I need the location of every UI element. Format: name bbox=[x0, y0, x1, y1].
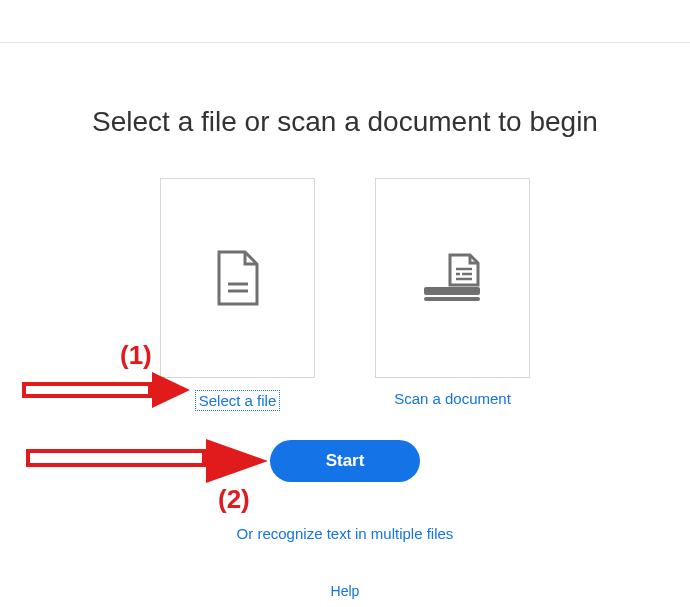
scan-document-label: Scan a document bbox=[394, 390, 511, 407]
scan-document-thumbnail bbox=[375, 178, 530, 378]
help-link[interactable]: Help bbox=[0, 583, 690, 599]
recognize-multiple-link[interactable]: Or recognize text in multiple files bbox=[0, 525, 690, 542]
scanner-icon bbox=[420, 251, 486, 305]
page-title: Select a file or scan a document to begi… bbox=[0, 106, 690, 138]
select-file-card[interactable]: Select a file bbox=[160, 178, 315, 411]
file-icon bbox=[213, 250, 263, 306]
separator bbox=[0, 42, 690, 43]
select-file-thumbnail bbox=[160, 178, 315, 378]
select-file-label: Select a file bbox=[195, 390, 281, 411]
start-button[interactable]: Start bbox=[270, 440, 420, 482]
svg-rect-6 bbox=[424, 287, 480, 295]
annotation-label-2: (2) bbox=[218, 484, 250, 515]
annotation-arrowhead-2 bbox=[206, 439, 268, 483]
card-row: Select a file Scan a document bbox=[0, 178, 690, 411]
annotation-arrow-2 bbox=[26, 449, 206, 467]
scan-document-card[interactable]: Scan a document bbox=[375, 178, 530, 411]
